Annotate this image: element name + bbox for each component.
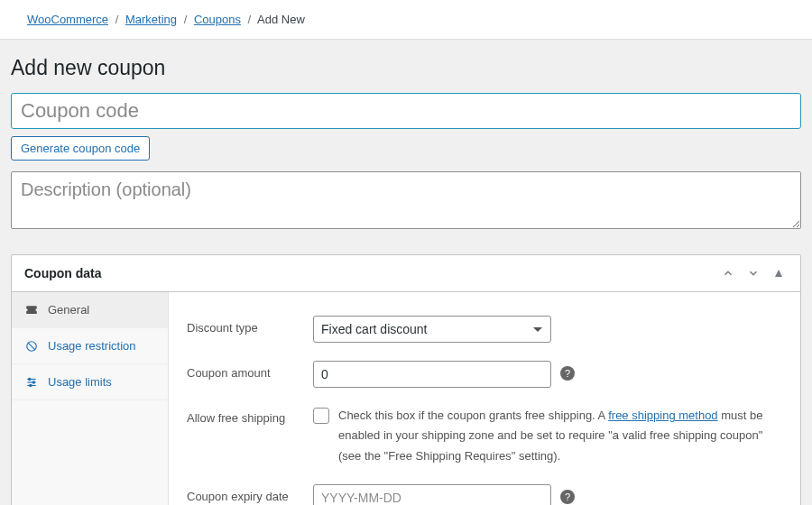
breadcrumb-link-coupons[interactable]: Coupons (194, 13, 241, 26)
row-allow-free-shipping: Allow free shipping Check this box if th… (187, 397, 782, 474)
label-coupon-amount: Coupon amount (187, 361, 313, 380)
label-coupon-expiry-date: Coupon expiry date (187, 484, 313, 503)
breadcrumb-sep: / (115, 13, 119, 26)
page-title: Add new coupon (11, 56, 801, 80)
tab-general[interactable]: General (12, 292, 168, 328)
postbox-header: Coupon data (12, 255, 800, 292)
coupon-code-input[interactable] (11, 93, 801, 129)
breadcrumb-sep: / (184, 13, 188, 26)
coupon-amount-input[interactable] (313, 361, 551, 388)
coupon-data-postbox: Coupon data General (11, 254, 801, 505)
free-shipping-description: Check this box if the coupon grants free… (338, 406, 782, 465)
coupon-expiry-date-input[interactable] (313, 484, 551, 505)
panel-tabs: General Usage restriction Usage limits (12, 292, 169, 505)
generate-coupon-code-button[interactable]: Generate coupon code (11, 136, 150, 161)
help-icon[interactable]: ? (560, 490, 575, 504)
svg-marker-0 (775, 270, 782, 277)
breadcrumb: WooCommerce / Marketing / Coupons / Add … (0, 0, 812, 40)
svg-line-2 (28, 343, 35, 350)
postbox-handle-actions (719, 264, 788, 282)
help-icon[interactable]: ? (560, 366, 575, 381)
row-coupon-expiry-date: Coupon expiry date ? (187, 475, 782, 505)
chevron-down-icon[interactable] (744, 264, 762, 282)
discount-type-select[interactable]: Fixed cart discount (313, 316, 551, 343)
row-coupon-amount: Coupon amount ? (187, 352, 782, 397)
breadcrumb-current: Add New (257, 13, 305, 26)
tab-usage-restriction[interactable]: Usage restriction (12, 328, 168, 364)
panel-content-general: Discount type Fixed cart discount Coupon… (169, 292, 800, 505)
description-textarea[interactable] (11, 171, 801, 229)
breadcrumb-link-woocommerce[interactable]: WooCommerce (27, 13, 108, 26)
no-entry-icon (24, 340, 39, 353)
label-discount-type: Discount type (187, 316, 313, 335)
tab-label: General (48, 303, 89, 317)
ticket-icon (24, 304, 39, 317)
svg-point-7 (32, 381, 34, 383)
postbox-title: Coupon data (24, 266, 102, 280)
tab-label: Usage limits (48, 375, 112, 389)
triangle-up-icon[interactable] (770, 264, 788, 282)
svg-point-6 (29, 378, 31, 380)
allow-free-shipping-checkbox[interactable] (313, 408, 329, 424)
tab-usage-limits[interactable]: Usage limits (12, 364, 168, 400)
chevron-up-icon[interactable] (719, 264, 737, 282)
svg-point-8 (30, 384, 32, 386)
free-shipping-method-link[interactable]: free shipping method (608, 409, 717, 422)
label-allow-free-shipping: Allow free shipping (187, 406, 313, 425)
breadcrumb-link-marketing[interactable]: Marketing (125, 13, 177, 26)
row-discount-type: Discount type Fixed cart discount (187, 307, 782, 352)
tab-label: Usage restriction (48, 339, 136, 353)
sliders-icon (24, 376, 39, 389)
breadcrumb-sep: / (248, 13, 252, 26)
